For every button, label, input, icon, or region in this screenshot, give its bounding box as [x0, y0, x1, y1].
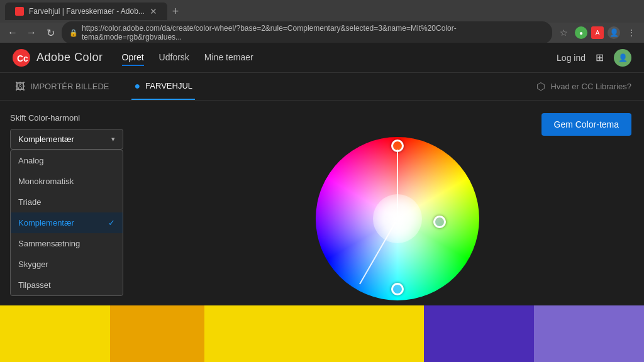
dropdown-item-label: Monokromatisk	[18, 177, 74, 186]
sub-nav-import[interactable]: 🖼 IMPORTÉR BILLEDE	[13, 73, 111, 100]
login-button[interactable]: Log ind	[557, 53, 586, 63]
app-container: Cc Adobe Color Opret Udforsk Mine temaer…	[0, 43, 644, 362]
dropdown-selected-value: Komplementær	[18, 134, 74, 144]
dropdown-item-label: Sammensætning	[18, 239, 80, 248]
dropdown-item-label: Analog	[18, 156, 43, 165]
nav-right-area: Log ind ⊞ 👤	[557, 49, 631, 67]
swatch-5[interactable]	[534, 305, 644, 362]
top-navigation: Cc Adobe Color Opret Udforsk Mine temaer…	[0, 43, 644, 73]
nav-item-mine-temaer[interactable]: Mine temaer	[204, 50, 253, 66]
profile-user-icon[interactable]: 👤	[608, 26, 620, 39]
dropdown-item-label: Skygger	[18, 260, 48, 269]
left-panel: Skift Color-harmoni Komplementær ▾ Analo…	[0, 101, 151, 362]
dropdown-item-analog[interactable]: Analog	[11, 150, 123, 171]
wheel-label: FARVEHJUL	[145, 81, 192, 90]
app-logo-text: Adobe Color	[36, 51, 103, 64]
dropdown-item-tilpasset[interactable]: Tilpasset	[11, 275, 123, 295]
back-button[interactable]: ←	[5, 25, 20, 40]
dropdown-item-triade[interactable]: Triade	[11, 192, 123, 212]
profile-icon[interactable]: 👤	[614, 49, 631, 67]
wheel-nav-icon: ●	[134, 80, 140, 92]
main-content-area: Skift Color-harmoni Komplementær ▾ Analo…	[0, 101, 644, 362]
swatch-3[interactable]	[204, 305, 425, 362]
nav-item-udforsk[interactable]: Udforsk	[159, 50, 189, 66]
browser-menu-icon[interactable]: ⋮	[624, 25, 639, 40]
cc-libraries-link[interactable]: ⬡ Hvad er CC Libraries?	[536, 80, 631, 92]
save-button-container: Gem Color-tema	[541, 113, 631, 136]
sub-navigation: 🖼 IMPORTÉR BILLEDE ● FARVEHJUL ⬡ Hvad er…	[0, 73, 644, 101]
tab-title: Farvehjul | Farveskemaer - Adob...	[29, 7, 145, 16]
dropdown-item-monokromatisk[interactable]: Monokromatisk	[11, 171, 123, 192]
sub-nav-wheel[interactable]: ● FARVEHJUL	[131, 73, 195, 100]
cc-icon: ⬡	[536, 80, 545, 92]
address-bar[interactable]: 🔒 https://color.adobe.com/da/create/colo…	[62, 21, 552, 44]
chevron-down-icon: ▾	[111, 135, 115, 143]
harmony-dropdown-container: Komplementær ▾ Analog Monokromatisk Tria…	[10, 129, 141, 150]
new-tab-button[interactable]: +	[172, 5, 179, 18]
harmony-label: Skift Color-harmoni	[10, 113, 141, 123]
harmony-dropdown-menu: Analog Monokromatisk Triade Komplementær…	[10, 150, 123, 296]
adobe-logo-icon: Cc	[13, 49, 30, 67]
swatch-4[interactable]	[424, 305, 534, 362]
main-nav-items: Opret Udforsk Mine temaer	[122, 50, 253, 66]
color-handle-middle[interactable]	[433, 216, 446, 228]
dropdown-item-komplementaer-selected[interactable]: Komplementær ✓	[11, 212, 123, 233]
dropdown-item-label: Tilpasset	[18, 280, 51, 290]
logo-area: Cc Adobe Color	[13, 49, 103, 67]
cc-libraries-label: Hvad er CC Libraries?	[550, 82, 631, 91]
extension-icon-1[interactable]: A	[591, 26, 604, 39]
nav-item-opret[interactable]: Opret	[122, 50, 144, 66]
dropdown-item-label: Komplementær	[18, 218, 74, 228]
grid-icon[interactable]: ⊞	[596, 52, 604, 63]
save-color-theme-button[interactable]: Gem Color-tema	[541, 113, 631, 136]
svg-text:Cc: Cc	[17, 53, 28, 63]
harmony-dropdown-trigger[interactable]: Komplementær ▾	[10, 129, 123, 150]
color-handle-top[interactable]	[391, 140, 404, 152]
bookmark-icon[interactable]: ☆	[556, 25, 571, 40]
dropdown-item-sammensaetning[interactable]: Sammensætning	[11, 233, 123, 254]
browser-actions: ☆ ● A 👤 ⋮	[556, 25, 639, 40]
forward-button[interactable]: →	[24, 25, 39, 40]
dropdown-item-label: Triade	[18, 197, 41, 207]
color-handle-bottom[interactable]	[391, 283, 404, 295]
profile-dot-green[interactable]: ●	[575, 26, 587, 39]
image-icon: 🖼	[15, 81, 25, 92]
svg-point-0	[17, 9, 22, 14]
active-tab[interactable]: Farvehjul | Farveskemaer - Adob... ✕	[5, 3, 167, 20]
color-wheel-wrapper	[316, 137, 479, 300]
import-label: IMPORTÉR BILLEDE	[30, 82, 109, 91]
tab-favicon	[15, 7, 24, 16]
color-wheel[interactable]	[316, 137, 479, 300]
lock-icon: 🔒	[69, 29, 78, 37]
refresh-button[interactable]: ↻	[43, 25, 58, 40]
tab-close-button[interactable]: ✕	[150, 6, 157, 16]
browser-tab-bar: Farvehjul | Farveskemaer - Adob... ✕ +	[0, 0, 644, 23]
url-text: https://color.adobe.com/da/create/color-…	[82, 24, 545, 41]
wheel-white-overlay	[316, 137, 479, 300]
dropdown-item-skygger[interactable]: Skygger	[11, 254, 123, 275]
browser-address-bar-row: ← → ↻ 🔒 https://color.adobe.com/da/creat…	[0, 23, 644, 43]
check-icon: ✓	[108, 218, 115, 228]
